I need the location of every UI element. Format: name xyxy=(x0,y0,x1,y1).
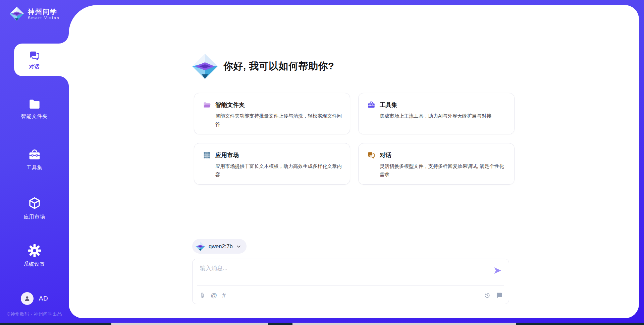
sidebar-item-label: 智能文件夹 xyxy=(21,113,48,120)
diamond-logo-icon xyxy=(9,6,24,21)
card-title: 对话 xyxy=(380,151,391,159)
brand-name: 神州问学 xyxy=(28,8,60,16)
gear-icon xyxy=(28,244,42,258)
sidebar-item-label: 工具集 xyxy=(26,165,43,171)
attach-file-button[interactable] xyxy=(199,292,206,299)
composer-toolbar: @ # xyxy=(199,286,503,305)
diamond-logo-icon xyxy=(191,53,219,80)
chevron-down-icon xyxy=(236,244,241,249)
feedback-bubble-icon xyxy=(496,292,503,299)
active-tab-scoop-bottom xyxy=(59,76,69,86)
cube-icon xyxy=(28,196,41,210)
active-tab-scoop-top xyxy=(59,34,69,44)
content-column: 你好, 我可以如何帮助你? 智能文件夹 智能文件夹功能支持批量文件上传与清洗，轻… xyxy=(194,5,515,318)
card-toolset[interactable]: 工具集 集成市场上主流工具，助力AI与外界无缝扩展与对接 xyxy=(358,93,515,134)
sidebar-item-label: 系统设置 xyxy=(24,261,45,267)
user-name: AD xyxy=(39,295,48,302)
sidebar-item-app-market[interactable]: 应用市场 xyxy=(0,196,69,220)
greeting: 你好, 我可以如何帮助你? xyxy=(191,53,334,80)
chat-bubbles-icon xyxy=(29,50,40,61)
sidebar-item-smart-folder[interactable]: 智能文件夹 xyxy=(0,99,69,120)
paperclip-icon xyxy=(199,292,206,299)
card-description: 智能文件夹功能支持批量文件上传与清洗，轻松实现文件问答 xyxy=(215,112,342,129)
model-selector[interactable]: qwen2:7b xyxy=(192,239,247,254)
card-description: 集成市场上主流工具，助力AI与外界无缝扩展与对接 xyxy=(380,112,506,120)
card-smart-folder[interactable]: 智能文件夹 智能文件夹功能支持批量文件上传与清洗，轻松实现文件问答 xyxy=(194,93,350,134)
scrollbar-segment[interactable] xyxy=(292,323,516,325)
sidebar-item-chat[interactable]: 对话 xyxy=(14,44,69,76)
greeting-text: 你好, 我可以如何帮助你? xyxy=(223,60,334,73)
folder-open-icon xyxy=(203,101,211,109)
grid-icon xyxy=(203,151,211,159)
copyright-footer: ©神州数码 · 神州问学出品 xyxy=(0,311,69,317)
history-icon xyxy=(484,292,491,299)
sidebar: 神州问学 Smart Vision 对话 智能文件夹 工具集 应用市场 xyxy=(0,0,69,325)
send-icon xyxy=(493,266,502,275)
feedback-button[interactable] xyxy=(496,292,503,299)
message-input[interactable] xyxy=(200,264,482,282)
card-title: 智能文件夹 xyxy=(215,101,245,109)
model-name: qwen2:7b xyxy=(209,243,233,250)
card-title: 应用市场 xyxy=(215,151,239,159)
brand-subtitle: Smart Vision xyxy=(28,16,60,20)
scrollbar-segment[interactable] xyxy=(111,323,268,325)
toolbox-icon xyxy=(28,148,41,161)
diamond-logo-icon xyxy=(195,241,205,251)
main-panel: 你好, 我可以如何帮助你? 智能文件夹 智能文件夹功能支持批量文件上传与清洗，轻… xyxy=(69,5,639,318)
folder-icon xyxy=(28,99,41,110)
bottom-scrollbar-track[interactable] xyxy=(0,323,644,325)
feature-cards: 智能文件夹 智能文件夹功能支持批量文件上传与清洗，轻松实现文件问答 工具集 集成… xyxy=(194,93,515,185)
card-title: 工具集 xyxy=(380,101,397,109)
user-profile[interactable]: AD xyxy=(0,292,69,305)
card-description: 灵活切换多模型文件，支持多样回复效果调试, 满足个性化需求 xyxy=(380,162,506,179)
chat-bubbles-icon xyxy=(367,151,375,159)
avatar xyxy=(21,292,34,305)
sidebar-item-label: 对话 xyxy=(29,64,40,70)
card-app-market[interactable]: 应用市场 应用市场提供丰富长文本模板，助力高效生成多样化文章内容 xyxy=(194,143,350,185)
sidebar-item-settings[interactable]: 系统设置 xyxy=(0,244,69,267)
mention-button[interactable]: @ xyxy=(211,292,217,299)
send-button[interactable] xyxy=(493,266,502,275)
card-chat[interactable]: 对话 灵活切换多模型文件，支持多样回复效果调试, 满足个性化需求 xyxy=(358,143,515,185)
brand[interactable]: 神州问学 Smart Vision xyxy=(0,6,69,21)
history-button[interactable] xyxy=(484,292,491,299)
user-icon xyxy=(23,295,31,302)
message-composer: @ # xyxy=(192,259,509,304)
toolbox-icon xyxy=(367,101,375,109)
card-description: 应用市场提供丰富长文本模板，助力高效生成多样化文章内容 xyxy=(215,162,342,179)
sidebar-item-label: 应用市场 xyxy=(24,214,45,220)
sidebar-item-toolset[interactable]: 工具集 xyxy=(0,148,69,171)
hashtag-button[interactable]: # xyxy=(222,292,226,299)
